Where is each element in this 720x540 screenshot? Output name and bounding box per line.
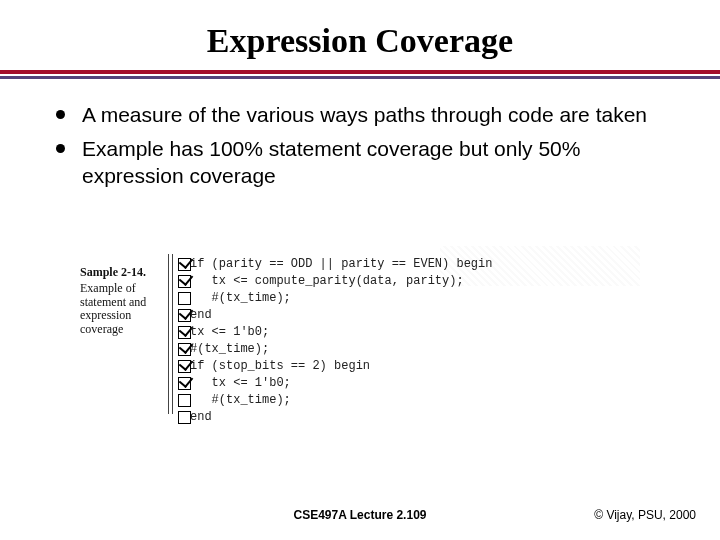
divider <box>0 70 720 80</box>
bullet-item: Example has 100% statement coverage but … <box>56 136 672 189</box>
body: A measure of the various ways paths thro… <box>0 80 720 189</box>
footer-right: © Vijay, PSU, 2000 <box>594 508 696 522</box>
divider-red <box>0 70 720 74</box>
figure-caption-bold: Sample 2-14. <box>80 266 170 280</box>
bullet-list: A measure of the various ways paths thro… <box>56 102 672 189</box>
figure: Sample 2-14. Example of statement and ex… <box>120 250 620 430</box>
divider-purple <box>0 76 720 79</box>
slide: Expression Coverage A measure of the var… <box>0 0 720 540</box>
bullet-item: A measure of the various ways paths thro… <box>56 102 672 128</box>
slide-title: Expression Coverage <box>0 0 720 70</box>
figure-caption-text: Example of statement and expression cove… <box>80 281 146 336</box>
figure-caption: Sample 2-14. Example of statement and ex… <box>80 266 170 337</box>
code-listing: if (parity == ODD || parity == EVEN) beg… <box>190 256 492 426</box>
figure-separator <box>168 254 178 414</box>
